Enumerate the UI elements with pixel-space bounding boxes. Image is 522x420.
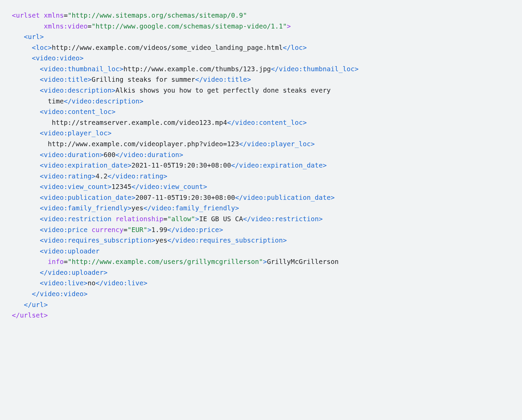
url-close: </url> — [24, 301, 48, 309]
restr-val: IE GB US CA — [199, 215, 243, 223]
desc-val1: Alkis shows you how to get perfectly don… — [115, 87, 331, 94]
views-val: 12345 — [112, 183, 132, 191]
duration-open: <video:duration> — [40, 151, 104, 159]
sub-val: yes — [155, 236, 167, 244]
sub-open: <video:requires_subscription> — [40, 236, 155, 244]
fam-open: <video:family_friendly> — [40, 204, 131, 212]
desc-val2: time — [48, 97, 64, 105]
player-close: </video:player_loc> — [239, 140, 315, 148]
up-close: </video:uploader> — [40, 269, 108, 276]
thumb-open: <video:thumbnail_loc> — [40, 65, 124, 73]
rating-open: <video:rating> — [40, 172, 95, 180]
live-close: </video:live> — [96, 279, 148, 287]
loc-val: http://www.example.com/videos/some_video… — [52, 44, 283, 52]
player-val: http://www.example.com/videoplayer.php?v… — [48, 140, 239, 148]
desc-close: </video:description> — [64, 97, 144, 105]
up-open: <video:uploader — [40, 247, 99, 255]
xmlns-val: "http://www.sitemaps.org/schemas/sitemap… — [68, 12, 247, 19]
rating-val: 4.2 — [96, 172, 108, 180]
xmlns-video-val: "http://www.google.com/schemas/sitemap-v… — [92, 22, 287, 30]
desc-open: <video:description> — [40, 87, 115, 94]
gt4: > — [263, 258, 267, 266]
gt: > — [287, 22, 291, 30]
price-close: </video:price> — [167, 226, 223, 234]
gt3: > — [147, 226, 151, 234]
fam-val: yes — [131, 204, 143, 212]
pub-close: </video:publication_date> — [235, 194, 335, 202]
video-close: </video:video> — [32, 290, 88, 298]
thumb-val: http://www.example.com/thumbs/123.jpg — [124, 65, 271, 73]
rating-close: </video:rating> — [108, 172, 167, 180]
title-val: Grilling steaks for summer — [92, 76, 195, 83]
loc-close: </loc> — [283, 44, 306, 52]
thumb-close: </video:thumbnail_loc> — [271, 65, 358, 73]
price-open: <video:price — [40, 226, 88, 234]
urlset-open: <urlset — [12, 12, 40, 19]
live-val: no — [88, 279, 95, 287]
price-attr: currency — [92, 226, 124, 234]
restr-attrval: "allow" — [167, 215, 195, 223]
gt2: > — [195, 215, 199, 223]
content-close: </video:content_loc> — [227, 119, 307, 127]
video-open: <video:video> — [32, 54, 84, 62]
xml-code-block: <urlset xmlns="http://www.sitemaps.org/s… — [0, 0, 522, 331]
views-close: </video:view_count> — [131, 183, 207, 191]
exp-open: <video:expiration_date> — [40, 161, 131, 169]
pub-val: 2007-11-05T19:20:30+08:00 — [135, 194, 235, 202]
duration-close: </video:duration> — [115, 151, 183, 159]
exp-close: </video:expiration_date> — [231, 161, 327, 169]
restr-attr: relationship — [115, 215, 163, 223]
restr-open: <video:restriction — [40, 215, 111, 223]
urlset-close: </urlset> — [12, 311, 48, 319]
exp-val: 2021-11-05T19:20:30+08:00 — [131, 161, 231, 169]
live-open: <video:live> — [40, 279, 88, 287]
player-open: <video:player_loc> — [40, 129, 111, 137]
title-close: </video:title> — [195, 76, 251, 83]
up-val: GrillyMcGrillerson — [267, 258, 338, 266]
pub-open: <video:publication_date> — [40, 194, 135, 202]
restr-close: </video:restriction> — [243, 215, 323, 223]
content-val: http://streamserver.example.com/video123… — [52, 119, 227, 127]
price-attrval: "EUR" — [128, 226, 148, 234]
xmlns-video-attr: xmlns:video — [44, 22, 88, 30]
views-open: <video:view_count> — [40, 183, 111, 191]
loc-open: <loc> — [32, 44, 52, 52]
sub-close: </video:requires_subscription> — [167, 236, 287, 244]
up-attrval: "http://www.example.com/users/grillymcgr… — [68, 258, 263, 266]
title-open: <video:title> — [40, 76, 92, 83]
fam-close: </video:family_friendly> — [143, 204, 239, 212]
up-attr: info — [48, 258, 64, 266]
xmlns-attr: xmlns — [44, 12, 64, 19]
price-val: 1.99 — [151, 226, 167, 234]
url-open: <url> — [24, 33, 44, 41]
content-open: <video:content_loc> — [40, 108, 115, 116]
duration-val: 600 — [104, 151, 115, 159]
